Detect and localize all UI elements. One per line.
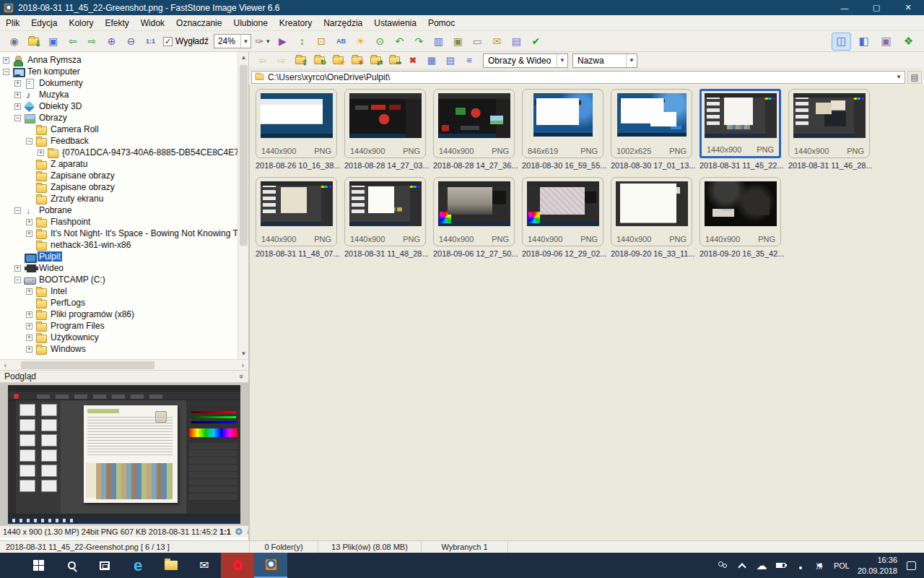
preview-image[interactable] <box>8 385 240 524</box>
faststone-icon[interactable] <box>254 553 287 578</box>
tree-item-u-ytkownicy[interactable]: +Użytkownicy <box>0 332 248 343</box>
tree-expander-icon[interactable]: − <box>14 207 21 214</box>
battery-icon[interactable] <box>775 560 787 571</box>
save-as-icon[interactable]: ▣ <box>44 33 62 50</box>
previous-image-icon[interactable]: ⇦ <box>64 33 82 50</box>
acquire-icon[interactable]: ◉ <box>5 33 23 50</box>
tree-item-pulpit[interactable]: Pulpit <box>0 251 248 262</box>
thumbnail-frame[interactable]: 1440x900PNG <box>788 89 870 158</box>
thumbnail-item-1[interactable]: 1440x900PNG2018-08-28 14_27_03... <box>344 89 426 170</box>
language-indicator[interactable]: POL <box>834 561 850 570</box>
opera-icon[interactable] <box>221 553 254 578</box>
move-to-folder-icon[interactable]: ⇒ <box>385 53 403 68</box>
thumbnail-frame[interactable]: 1440x900PNG <box>256 89 337 158</box>
zoom-level-select[interactable]: 24% ▼ <box>214 34 251 48</box>
tree-expander-icon[interactable]: + <box>3 57 9 64</box>
filter-dropdown-icon[interactable]: ▼ <box>557 54 567 67</box>
crop-icon[interactable]: ⊡ <box>313 33 331 50</box>
thumbnail-frame[interactable]: 1440x900PNG <box>699 89 781 158</box>
thumbnail-view-icon[interactable]: ▦ <box>423 53 440 68</box>
action-center-icon[interactable] <box>905 560 917 571</box>
zoom-dropdown-icon[interactable]: ▼ <box>240 35 250 48</box>
folder-up-icon[interactable]: ⇧ <box>292 53 309 68</box>
list-view-icon[interactable]: ≡ <box>461 53 478 68</box>
tree-item-obiekty-3d[interactable]: +Obiekty 3D <box>0 100 248 112</box>
tree-item-zapisane-obrazy[interactable]: Zapisane obrazy <box>0 170 248 181</box>
tree-item-pobrane[interactable]: −Pobrane <box>0 204 248 216</box>
tree-expander-icon[interactable]: + <box>14 265 21 272</box>
menu-edycja[interactable]: Edycja <box>25 17 63 30</box>
hand-dropdown-icon[interactable]: ▼ <box>265 38 271 45</box>
tree-item-ten-komputer[interactable]: −Ten komputer <box>0 66 248 77</box>
thumbnail-item-6[interactable]: 1440x900PNG2018-08-31 11_46_28... <box>788 89 870 170</box>
thumbnail-item-3[interactable]: 846x619PNG2018-08-30 16_59_55... <box>522 89 603 170</box>
menu-widok[interactable]: Widok <box>135 17 170 30</box>
horizontal-scroll-thumb[interactable] <box>21 361 154 369</box>
nav-back-icon[interactable]: ⇦ <box>254 53 271 68</box>
thumbnail-frame[interactable]: 1440x900PNG <box>611 177 692 246</box>
wifi-icon[interactable] <box>795 560 806 571</box>
tree-expander-icon[interactable]: + <box>26 335 32 341</box>
scroll-left-icon[interactable]: ‹ <box>0 361 11 369</box>
thumbnail-frame[interactable]: 1440x900PNG <box>433 177 515 246</box>
folder-refresh-icon[interactable]: ↻ <box>310 53 328 68</box>
taskbar-clock[interactable]: 16:36 20.09.2018 <box>858 555 897 576</box>
rotate-left-icon[interactable]: ↶ <box>391 33 409 50</box>
tree-item-flashpoint[interactable]: +Flashpoint <box>0 216 248 228</box>
tree-expander-icon[interactable]: + <box>14 80 21 87</box>
rename-icon[interactable]: AB <box>332 33 350 50</box>
thumbnail-item-4[interactable]: 1002x625PNG2018-08-30 17_01_13... <box>611 89 692 170</box>
open-file-icon[interactable]: ⇩ <box>25 33 43 50</box>
tree-item-feedback[interactable]: −Feedback <box>0 135 248 147</box>
zoom-out-icon[interactable]: ⊖ <box>122 33 140 50</box>
thumbnail-frame[interactable]: 1440x900PNG <box>344 89 426 158</box>
smooth-checkbox-group[interactable]: ✓ Wygładź <box>163 36 209 46</box>
address-dropdown-icon[interactable]: ▼ <box>893 72 905 83</box>
thumbnail-frame[interactable]: 1002x625PNG <box>611 89 692 158</box>
address-bar[interactable]: C:\Users\xyrco\OneDrive\Pulpit\ ▼ <box>251 71 905 84</box>
tree-item-muzyka[interactable]: +Muzyka <box>0 89 248 100</box>
sort-select[interactable]: Nazwa ▼ <box>572 53 637 68</box>
preview-collapse-icon[interactable]: » <box>237 374 246 379</box>
tree-expander-icon[interactable]: + <box>14 92 21 98</box>
thumbnail-frame[interactable]: 1440x900PNG <box>256 177 337 246</box>
search-button[interactable] <box>55 553 88 578</box>
thumbnail-item-11[interactable]: 1440x900PNG2018-09-20 16_33_11... <box>611 177 692 258</box>
folder-favorites-icon[interactable]: ★ <box>329 53 346 68</box>
scroll-right-icon[interactable]: › <box>237 361 248 369</box>
detail-view-icon[interactable]: ▤ <box>442 53 459 68</box>
task-view-button[interactable] <box>88 553 121 578</box>
tree-item-wideo[interactable]: +Wideo <box>0 262 248 274</box>
tray-expand-icon[interactable] <box>736 560 748 571</box>
menu-pomoc[interactable]: Pomoc <box>422 17 461 30</box>
tree-item-perflogs[interactable]: PerfLogs <box>0 297 248 309</box>
tree-expander-icon[interactable]: + <box>14 103 21 110</box>
copy-path-button[interactable]: ▤ <box>907 71 922 84</box>
folder-new-icon[interactable]: ✶ <box>348 53 365 68</box>
tree-item-pliki-program-w-x86[interactable]: +Pliki programów (x86) <box>0 309 248 320</box>
resize-icon[interactable]: ↕ <box>293 33 311 50</box>
rotate-right-icon[interactable]: ↷ <box>410 33 428 50</box>
thumbnail-item-2[interactable]: 1440x900PNG2018-08-28 14_27_36... <box>433 89 515 170</box>
image-view-button[interactable]: ▣ <box>876 33 896 51</box>
tree-vertical-scrollbar[interactable]: ▲ ▼ <box>237 52 248 359</box>
start-button[interactable] <box>22 553 55 578</box>
tree-item-zrzuty-ekranu[interactable]: Zrzuty ekranu <box>0 193 248 204</box>
tree-item-dokumenty[interactable]: +Dokumenty <box>0 77 248 89</box>
browser-view-button[interactable]: ◫ <box>832 33 851 51</box>
zoom-in-icon[interactable]: ⊕ <box>103 33 121 50</box>
vertical-scroll-thumb[interactable] <box>240 65 248 246</box>
tree-expander-icon[interactable]: + <box>26 219 32 225</box>
nav-forward-icon[interactable]: ⇨ <box>273 53 290 68</box>
menu-efekty[interactable]: Efekty <box>99 17 134 30</box>
thumbnail-frame[interactable]: 1440x900PNG <box>699 177 781 246</box>
mail-icon[interactable]: ✉ <box>188 553 221 578</box>
thumbnail-frame[interactable]: 1440x900PNG <box>522 177 603 246</box>
frame-icon[interactable]: ▭ <box>247 527 248 537</box>
menu-kreatory[interactable]: Kreatory <box>274 17 318 30</box>
tree-item-zapisane-obrazy[interactable]: Zapisane obrazy <box>0 181 248 193</box>
clone-stamp-icon[interactable]: ⊙ <box>371 33 389 50</box>
tree-item-camera-roll[interactable]: Camera Roll <box>0 124 248 135</box>
volume-icon[interactable]: ))) <box>814 560 826 571</box>
fullscreen-button[interactable]: ❖ <box>899 33 918 51</box>
